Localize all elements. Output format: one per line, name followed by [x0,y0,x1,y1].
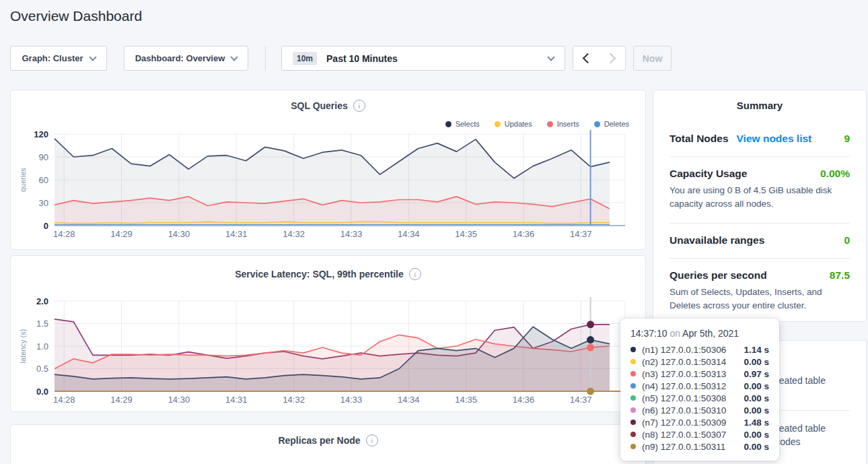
unavailable-ranges-label: Unavailable ranges [670,234,764,246]
node-latency-value: 0.97 s [744,369,769,379]
tooltip-row: (n4) 127.0.0.1:503120.00 s [630,380,769,392]
node-address: (n5) 127.0.0.1:50308 [642,393,726,403]
node-color-dot [630,347,636,352]
unavailable-ranges-value: 0 [844,234,850,246]
sql-queries-panel: SQL Queries i SelectsUpdatesInsertsDelet… [10,90,646,250]
latency-panel: Service Latency: SQL, 99th percentile i … [10,255,646,412]
capacity-value: 0.00% [820,168,850,180]
now-button[interactable]: Now [633,46,672,71]
svg-text:latency (s): latency (s) [19,329,27,364]
capacity-description: You are using 0 B of 4.5 GiB usable disk… [670,184,850,211]
qps-label: Queries per second [670,269,767,281]
latency-chart[interactable]: 0.00.51.01.52.014:2814:2914:3014:3114:32… [11,256,645,411]
tooltip-on: on [670,328,680,339]
node-latency-value: 1.48 s [744,418,769,428]
node-color-dot [630,420,636,425]
node-color-dot [630,444,636,449]
capacity-label: Capacity Usage [670,168,747,180]
summary-row-unavailable: Unavailable ranges 0 [670,234,850,246]
node-address: (n9) 127.0.0.1:50311 [642,442,725,452]
node-color-dot [630,407,636,413]
dashboard-dropdown-label: Dashboard: Overview [135,53,225,63]
chevron-left-icon [582,53,593,64]
divider [670,223,850,224]
sql-queries-chart[interactable]: 030609012014:2814:2914:3014:3114:3214:33… [11,90,645,249]
node-address: (n1) 127.0.0.1:50306 [642,345,726,355]
svg-text:30: 30 [39,198,48,208]
node-latency-value: 0.00 s [744,393,769,403]
time-range-dropdown[interactable]: 10m Past 10 Minutes [281,46,565,71]
replicas-title: Replicas per Node [278,435,360,446]
tooltip-rows: (n1) 127.0.0.1:503061.14 s(n2) 127.0.0.1… [630,343,769,453]
time-next-button[interactable] [599,46,626,71]
svg-text:14:28: 14:28 [53,395,75,405]
node-color-dot [630,371,636,376]
total-nodes-label: Total Nodes [670,133,729,145]
graph-dropdown[interactable]: Graph: Cluster [10,46,107,71]
node-latency-value: 0.00 s [744,357,769,367]
svg-text:14:31: 14:31 [225,395,248,405]
summary-title: Summary [670,100,850,111]
svg-text:14:35: 14:35 [455,395,477,405]
svg-text:14:29: 14:29 [110,229,133,239]
node-address: (n4) 127.0.0.1:50312 [642,381,726,391]
svg-text:14:32: 14:32 [283,229,305,239]
time-range-label: Past 10 Minutes [326,53,398,64]
node-color-dot [630,432,636,437]
svg-text:14:32: 14:32 [283,395,305,405]
view-nodes-list-link[interactable]: View nodes list [737,133,812,145]
svg-text:14:37: 14:37 [570,395,592,405]
info-icon[interactable]: i [366,434,378,446]
node-address: (n2) 127.0.0.1:50314 [642,357,726,367]
svg-text:14:30: 14:30 [168,395,190,405]
svg-text:14:30: 14:30 [168,229,190,239]
node-address: (n3) 127.0.0.1:50313 [642,369,726,379]
chart-tooltip: 14:37:10 on Apr 5th, 2021 (n1) 127.0.0.1… [620,319,779,461]
tooltip-time: 14:37:10 [630,328,667,339]
controls-divider [265,46,266,71]
node-address: (n6) 127.0.0.1:50310 [642,405,726,416]
qps-value: 87.5 [830,269,850,281]
svg-text:14:28: 14:28 [53,229,75,239]
chevron-down-icon [89,53,96,61]
tooltip-row: (n2) 127.0.0.1:503140.00 s [630,356,769,368]
node-address: (n8) 127.0.0.1:50307 [642,430,726,440]
tooltip-row: (n7) 127.0.0.1:503091.48 s [630,416,769,428]
chevron-right-icon [606,53,616,64]
node-latency-value: 0.00 s [744,430,769,440]
node-color-dot [630,383,636,389]
divider [670,258,850,259]
svg-text:14:36: 14:36 [513,395,535,405]
svg-text:0.5: 0.5 [36,364,48,374]
node-color-dot [630,359,636,364]
divider [670,156,850,157]
svg-text:14:36: 14:36 [513,229,535,239]
svg-text:0.0: 0.0 [36,387,48,397]
summary-row-total-nodes: Total Nodes View nodes list 9 [670,133,850,145]
tooltip-row: (n1) 127.0.0.1:503061.14 s [630,343,769,356]
node-latency-value: 1.14 s [744,345,769,355]
tooltip-row: (n5) 127.0.0.1:503080.00 s [630,392,769,404]
node-latency-value: 0.00 s [744,405,769,416]
summary-panel: Summary Total Nodes View nodes list 9 Ca… [653,90,867,322]
summary-row-qps: Queries per second 87.5 [670,269,850,281]
svg-text:120: 120 [34,129,48,139]
svg-text:14:29: 14:29 [110,395,133,405]
svg-text:14:31: 14:31 [225,229,248,239]
svg-text:14:37: 14:37 [570,229,592,239]
dashboard-dropdown[interactable]: Dashboard: Overview [124,46,248,71]
svg-text:60: 60 [39,175,48,185]
tooltip-header: 14:37:10 on Apr 5th, 2021 [630,328,769,339]
node-color-dot [630,395,636,401]
svg-text:1.0: 1.0 [36,341,48,352]
time-prev-button[interactable] [573,46,600,71]
graph-dropdown-label: Graph: Cluster [22,53,83,63]
replicas-panel: Replicas per Node i [10,424,646,464]
svg-text:1.5: 1.5 [36,319,48,329]
node-latency-value: 0.00 s [744,442,769,452]
tooltip-row: (n6) 127.0.0.1:503100.00 s [630,404,769,416]
tooltip-row: (n3) 127.0.0.1:503130.97 s [630,368,769,380]
svg-text:queries: queries [19,167,27,192]
tooltip-row: (n9) 127.0.0.1:503110.00 s [630,440,769,453]
svg-text:90: 90 [39,152,48,162]
